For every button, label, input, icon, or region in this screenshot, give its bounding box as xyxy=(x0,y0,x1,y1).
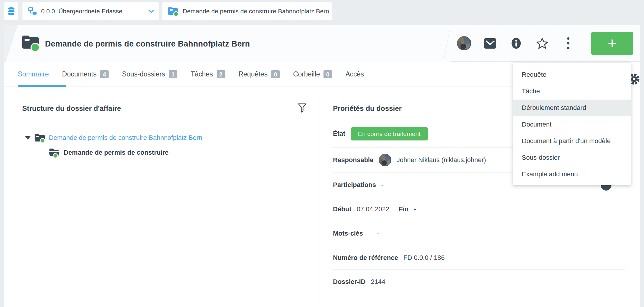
more-actions-button[interactable] xyxy=(555,25,581,61)
breadcrumb-expand-button[interactable] xyxy=(143,2,159,20)
end-date: - xyxy=(414,205,416,213)
dossier-id-value: 2144 xyxy=(371,278,385,286)
property-row-dossier-id: Dossier-ID 2144 xyxy=(333,270,625,299)
menu-item-deroulement-standard[interactable]: Déroulement standard xyxy=(513,100,631,116)
structure-panel-title: Structure du dossier d'affaire xyxy=(22,104,121,113)
tab-count-badge: 1 xyxy=(169,70,177,78)
tab-sous-dossiers[interactable]: Sous-dossiers 1 xyxy=(122,70,177,78)
open-folder-green-dot-icon xyxy=(49,147,60,158)
menu-item-document[interactable]: Document xyxy=(513,116,631,133)
reference-number: FD 0.0.0 / 186 xyxy=(403,254,445,262)
responsible-avatar-button[interactable] xyxy=(451,25,477,61)
info-icon xyxy=(511,37,522,49)
star-icon xyxy=(536,37,548,49)
menu-item-example-add-menu[interactable]: Example add menu xyxy=(513,166,631,183)
menu-item-sous-dossier[interactable]: Sous-dossier xyxy=(513,149,631,166)
caret-down-icon[interactable] xyxy=(25,136,30,140)
mail-icon xyxy=(484,38,497,49)
breadcrumb-repository-label: 0.0.0. Übergeordnete Erlasse xyxy=(41,8,122,15)
tree-label-subdossier[interactable]: Demande de permis de construire xyxy=(64,149,169,156)
repository-root-button[interactable] xyxy=(4,2,18,20)
add-button[interactable]: + xyxy=(591,32,633,55)
tab-count-badge: 0 xyxy=(271,70,280,78)
chevron-down-icon xyxy=(148,9,154,13)
breadcrumb-repository[interactable]: 0.0.0. Übergeordnete Erlasse xyxy=(22,2,159,20)
menu-item-requete[interactable]: Requête xyxy=(513,66,631,83)
info-button[interactable] xyxy=(503,25,529,61)
breadcrumb-toolbar: 0.0.0. Übergeordnete Erlasse Demande de … xyxy=(0,0,644,23)
tree-item-dossier: Demande de permis de construire Bahnnofp… xyxy=(25,132,202,144)
tab-count-badge: 2 xyxy=(217,70,225,78)
stacked-discs-icon xyxy=(7,7,16,16)
menu-item-document-modele[interactable]: Document à partir d'un modèle xyxy=(513,133,631,149)
start-date: 07.04.2022 xyxy=(357,205,389,213)
favorite-button[interactable] xyxy=(529,25,555,61)
kebab-menu-icon xyxy=(567,37,569,49)
tab-requetes[interactable]: Requêtes 0 xyxy=(239,70,280,78)
tab-documents[interactable]: Documents 4 xyxy=(62,70,109,78)
tree-link-dossier[interactable]: Demande de permis de construire Bahnnofp… xyxy=(49,134,202,142)
closed-folder-green-dot-icon xyxy=(34,132,45,143)
tab-count-badge: 4 xyxy=(100,70,109,78)
filter-funnel-icon[interactable] xyxy=(297,103,307,113)
panel-divider xyxy=(320,92,320,302)
responsible-avatar xyxy=(379,154,391,166)
tab-count-badge: 0 xyxy=(323,70,332,78)
section-bottom-border xyxy=(9,302,635,302)
dossier-folder-icon xyxy=(21,34,40,52)
menu-item-tache[interactable]: Tâche xyxy=(513,83,631,100)
property-row-dates: Début 07.04.2022 Fin - xyxy=(333,197,625,221)
dossier-tree: Demande de permis de construire Bahnnofp… xyxy=(25,132,202,159)
tree-item-subdossier: Demande de permis de construire xyxy=(49,147,202,159)
property-row-reference: Numéro de référence FD 0.0.0 / 186 xyxy=(333,246,625,270)
active-tab-underline xyxy=(18,85,66,87)
folder-with-green-dot-icon xyxy=(168,6,179,16)
responsible-name: Johner Niklaus (niklaus.johner) xyxy=(397,156,486,164)
status-badge: En cours de traitement xyxy=(351,127,428,140)
tab-sommaire[interactable]: Sommaire xyxy=(18,70,49,78)
tab-taches[interactable]: Tâches 2 xyxy=(191,70,225,78)
breadcrumb-dossier[interactable]: Demande de permis de construire Bahnnofp… xyxy=(162,2,332,20)
mail-button[interactable] xyxy=(477,25,503,61)
page-title: Demande de permis de construire Bahnnofp… xyxy=(45,39,250,49)
avatar xyxy=(457,36,471,50)
breadcrumb-dossier-label: Demande de permis de construire Bahnnofp… xyxy=(183,8,329,15)
properties-panel-title: Proriétés du dossier xyxy=(333,104,402,113)
tab-acces[interactable]: Accès xyxy=(345,70,364,78)
tab-corbeille[interactable]: Corbeille 0 xyxy=(293,70,332,78)
org-chart-icon xyxy=(28,7,37,16)
add-dropdown-menu: Requête Tâche Déroulement standard Docum… xyxy=(513,63,631,185)
header-action-bar: + xyxy=(450,25,640,62)
property-row-motscles: Mots-clés - xyxy=(333,221,625,246)
